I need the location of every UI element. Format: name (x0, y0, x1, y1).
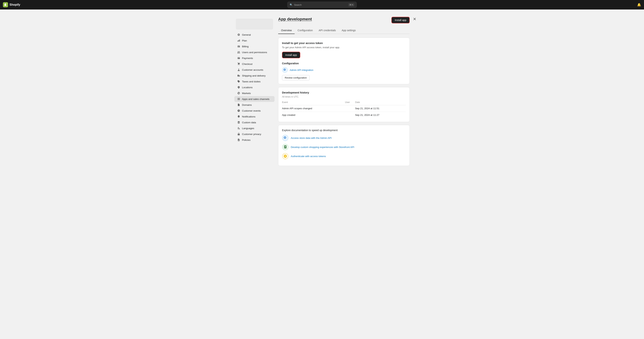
sidebar-label-taxes: Taxes and duties (242, 80, 260, 83)
user-cell-2 (345, 112, 355, 118)
svg-rect-6 (284, 148, 286, 148)
event-cell-1: Admin API scopes changed (282, 105, 345, 112)
col-event: Event (282, 101, 345, 105)
tab-bar: Overview Configuration API credentials A… (278, 27, 410, 34)
location-icon (237, 86, 240, 89)
tab-api-credentials[interactable]: API credentials (316, 27, 339, 34)
data-icon (237, 121, 240, 124)
policies-icon (237, 138, 240, 141)
sidebar-label-payments: Payments (242, 57, 253, 60)
sidebar-label-languages: Languages (242, 127, 254, 130)
doc-link-storefront[interactable]: Develop custom shopping experiences with… (291, 146, 354, 148)
sidebar-label-customer-events: Customer events (242, 110, 261, 112)
sidebar-item-custom-data[interactable]: Custom data (234, 120, 274, 125)
sidebar-item-languages[interactable]: Languages (234, 125, 274, 131)
search-bar[interactable]: 🔍 Search ⌘ K (287, 2, 357, 8)
svg-point-1 (282, 135, 288, 141)
install-app-button-top[interactable]: Install app (392, 17, 410, 24)
dev-history-table: Event User Date Admin API scopes changed… (282, 101, 406, 118)
sidebar-label-locations: Locations (242, 86, 252, 89)
payments-icon (237, 56, 240, 60)
install-card-subtitle: To get your Admin API access token, inst… (282, 46, 406, 49)
sidebar-item-markets[interactable]: Markets (234, 90, 274, 96)
admin-api-integration-link[interactable]: Admin API integration (290, 69, 314, 72)
modal-container: ✕ General Plan Billing Users and permiss… (234, 17, 410, 332)
sidebar-item-billing[interactable]: Billing (234, 44, 274, 49)
chart-icon (237, 39, 240, 42)
sidebar-label-billing: Billing (242, 45, 248, 48)
storefront-doc-icon (282, 144, 288, 150)
lock-icon (237, 132, 240, 136)
search-shortcut: ⌘ K (348, 3, 354, 6)
sidebar-item-payments[interactable]: Payments (234, 55, 274, 61)
sidebar-label-shipping: Shipping and delivery (242, 74, 266, 77)
sidebar-item-customer-accounts[interactable]: Customer accounts (234, 67, 274, 73)
doc-link-admin-api[interactable]: Access store data with the Admin API (291, 136, 332, 139)
sidebar-item-plan[interactable]: Plan (234, 38, 274, 44)
notification-bell[interactable]: 🔔 (637, 3, 641, 7)
tag-icon (237, 80, 240, 83)
sidebar-label-customer-accounts: Customer accounts (242, 68, 263, 71)
shopify-bag-icon (3, 2, 8, 7)
doc-link-tokens[interactable]: Authenticate with access tokens (291, 155, 326, 158)
sidebar-item-checkout[interactable]: Checkout (234, 61, 274, 67)
sidebar-label-domains: Domains (242, 104, 252, 106)
sidebar-label-customer-privacy: Customer privacy (242, 133, 261, 136)
user-cell-1 (345, 105, 355, 112)
svg-rect-5 (284, 147, 286, 147)
svg-rect-4 (284, 146, 286, 146)
admin-api-doc-icon (282, 134, 288, 141)
install-app-button-inline[interactable]: Install app (282, 52, 300, 58)
review-configuration-button[interactable]: Review configuration (282, 75, 310, 80)
sidebar-item-domains[interactable]: Domains (234, 102, 274, 108)
close-button[interactable]: ✕ (413, 17, 416, 22)
gear-icon (237, 33, 240, 36)
doc-link-row-1: Access store data with the Admin API (282, 134, 406, 141)
sidebar-item-customer-events[interactable]: Customer events (234, 108, 274, 114)
svg-point-9 (285, 156, 286, 156)
table-row: Admin API scopes changed Sep 21, 2024 at… (282, 105, 406, 112)
sidebar-label-plan: Plan (242, 39, 247, 42)
person-icon (237, 68, 240, 71)
table-row: App created Sep 21, 2024 at 11:27 (282, 112, 406, 118)
billing-icon (237, 45, 240, 48)
page-title: App development (278, 17, 312, 22)
token-doc-icon (282, 153, 288, 160)
sidebar-item-customer-privacy[interactable]: Customer privacy (234, 131, 274, 137)
col-user: User (345, 101, 355, 105)
search-placeholder: Search (294, 4, 302, 6)
sidebar-item-taxes[interactable]: Taxes and duties (234, 78, 274, 84)
cart-icon (237, 62, 240, 66)
shopify-logo: Shopify (3, 2, 20, 7)
date-cell-1: Sep 21, 2024 at 11:51 (355, 105, 406, 112)
dev-history-subtitle: All times in UTC. (282, 96, 406, 98)
sidebar: General Plan Billing Users and permissio… (234, 17, 274, 332)
event-cell-2: App created (282, 112, 345, 118)
sidebar-item-shipping[interactable]: Shipping and delivery (234, 73, 274, 78)
install-token-card: Install to get your access token To get … (278, 38, 410, 84)
sidebar-item-policies[interactable]: Policies (234, 137, 274, 143)
sidebar-item-users-permissions[interactable]: Users and permissions (234, 49, 274, 55)
tab-configuration[interactable]: Configuration (294, 27, 316, 34)
sidebar-item-general[interactable]: General (234, 32, 274, 38)
sidebar-label-notifications: Notifications (242, 115, 256, 118)
sidebar-label-markets: Markets (242, 92, 251, 94)
lang-icon (237, 127, 240, 130)
admin-api-gear-icon (282, 67, 288, 73)
search-icon: 🔍 (290, 4, 292, 6)
sidebar-item-notifications[interactable]: Notifications (234, 114, 274, 120)
sidebar-label-custom-data: Custom data (242, 121, 256, 124)
explore-docs-title: Explore documentation to speed up develo… (282, 129, 406, 132)
apps-icon (237, 98, 240, 100)
sidebar-label-checkout: Checkout (242, 63, 252, 66)
user-icon (237, 51, 240, 54)
sidebar-item-locations[interactable]: Locations (234, 84, 274, 90)
tab-app-settings[interactable]: App settings (339, 27, 359, 34)
sidebar-item-apps-channels[interactable]: Apps and sales channels (234, 96, 274, 102)
tab-overview[interactable]: Overview (278, 27, 294, 34)
main-header: App development Install app (278, 17, 410, 24)
globe-icon (237, 92, 240, 94)
sidebar-label-apps: Apps and sales channels (242, 98, 270, 100)
doc-link-row-3: Authenticate with access tokens (282, 153, 406, 160)
truck-icon (237, 74, 240, 77)
